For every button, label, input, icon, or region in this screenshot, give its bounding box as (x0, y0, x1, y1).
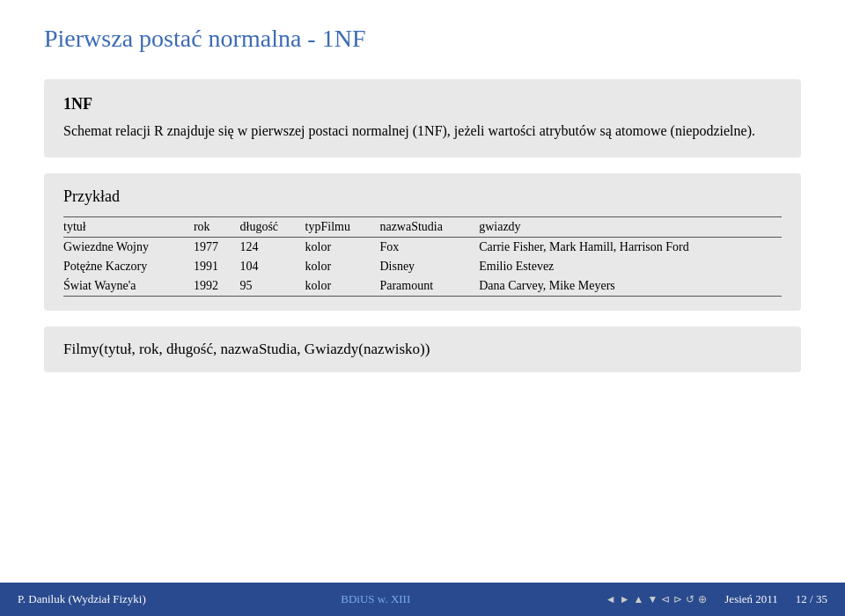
table-cell: Potężne Kaczory (63, 257, 194, 276)
data-table: tytuł rok długość typFilmu nazwaStudia g… (63, 216, 782, 297)
col-header-nazwastudia: nazwaStudia (379, 217, 479, 238)
box-1nf: 1NF Schemat relacji R znajduje się w pie… (44, 79, 801, 158)
footer-page: 12 / 35 (796, 592, 827, 606)
table-cell: 1992 (194, 276, 240, 297)
table-cell: 104 (240, 257, 305, 276)
table-row: Świat Wayne'a199295kolorParamountDana Ca… (63, 276, 782, 297)
col-header-tytul: tytuł (63, 217, 194, 238)
table-row: Potężne Kaczory1991104kolorDisneyEmilio … (63, 257, 782, 276)
slide-title: Pierwsza postać normalna - 1NF (0, 0, 845, 62)
nav-refresh-icon[interactable]: ↺ (686, 593, 694, 606)
table-cell: Fox (379, 238, 479, 258)
table-cell: Świat Wayne'a (63, 276, 194, 297)
table-cell: 95 (240, 276, 305, 297)
table-cell: Carrie Fisher, Mark Hamill, Harrison For… (479, 238, 782, 258)
table-cell: 1991 (194, 257, 240, 276)
nav-left-icon[interactable]: ◄ (606, 593, 616, 606)
box-example: Przykład tytuł rok długość typFilmu nazw… (44, 173, 801, 311)
table-cell: kolor (305, 276, 380, 297)
col-header-dlugosc: długość (240, 217, 305, 238)
table-cell: 1977 (194, 238, 240, 258)
table-cell: Disney (379, 257, 479, 276)
footer-author: P. Daniluk (Wydział Fizyki) (18, 592, 146, 606)
nav-up-icon[interactable]: ▲ (634, 593, 644, 606)
table-header-row: tytuł rok długość typFilmu nazwaStudia g… (63, 217, 782, 238)
box-example-label: Przykład (63, 187, 782, 206)
box-1nf-label: 1NF (63, 95, 782, 114)
nav-home-icon[interactable]: ⊲ (661, 593, 670, 606)
col-header-typfilmu: typFilmu (305, 217, 380, 238)
nav-icons: ◄ ► ▲ ▼ ⊲ ⊳ ↺ ⊕ (606, 593, 708, 606)
table-cell: 124 (240, 238, 305, 258)
table-cell: Gwiezdne Wojny (63, 238, 194, 258)
slide-container: Pierwsza postać normalna - 1NF 1NF Schem… (0, 0, 845, 616)
footer-date: Jesień 2011 (724, 592, 778, 606)
nav-end-icon[interactable]: ⊳ (673, 593, 682, 606)
table-cell: Paramount (379, 276, 479, 297)
table-cell: kolor (305, 238, 380, 258)
nav-down-icon[interactable]: ▼ (647, 593, 658, 606)
table-cell: Dana Carvey, Mike Meyers (479, 276, 782, 297)
nav-zoom-icon[interactable]: ⊕ (698, 593, 707, 606)
table-cell: kolor (305, 257, 380, 276)
table-cell: Emilio Estevez (479, 257, 782, 276)
footer: P. Daniluk (Wydział Fizyki) BDiUS w. XII… (0, 583, 845, 616)
box-1nf-text: Schemat relacji R znajduje się w pierwsz… (63, 121, 782, 142)
footer-right: ◄ ► ▲ ▼ ⊲ ⊳ ↺ ⊕ Jesień 2011 12 / 35 (606, 592, 827, 606)
footer-course: BDiUS w. XIII (341, 592, 410, 606)
col-header-gwiazdy: gwiazdy (479, 217, 782, 238)
nav-right-icon[interactable]: ► (620, 593, 630, 606)
col-header-rok: rok (194, 217, 240, 238)
slide-content: 1NF Schemat relacji R znajduje się w pie… (0, 62, 845, 616)
table-row: Gwiezdne Wojny1977124kolorFoxCarrie Fish… (63, 238, 782, 258)
box-filmy: Filmy(tytuł, rok, długość, nazwaStudia, … (44, 326, 801, 372)
filmy-text: Filmy(tytuł, rok, długość, nazwaStudia, … (63, 341, 430, 357)
